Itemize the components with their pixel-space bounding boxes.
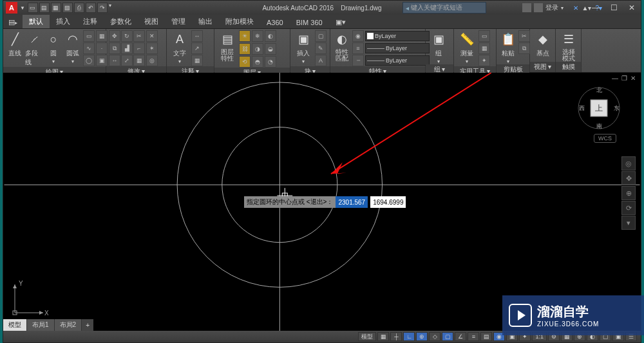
status-grid-icon[interactable]: ▦ xyxy=(377,332,389,341)
layer-freeze-icon[interactable]: ❄ xyxy=(252,30,263,42)
qat-redo-icon[interactable]: ↷ xyxy=(97,3,108,13)
status-polar-icon[interactable]: ⊕ xyxy=(416,332,428,341)
nav-wheel-icon[interactable]: ◎ xyxy=(621,156,636,171)
cut-icon[interactable]: ✂ xyxy=(518,30,530,42)
tab-bim360[interactable]: BIM 360 xyxy=(290,17,329,28)
explode-icon[interactable]: ✶ xyxy=(146,42,158,54)
tab-default[interactable]: 默认 xyxy=(23,15,50,28)
status-snap-icon[interactable]: ┼ xyxy=(390,332,402,341)
tab-a360[interactable]: A360 xyxy=(260,17,290,28)
create-block-icon[interactable]: ▢ xyxy=(315,30,327,42)
search-input[interactable]: ◂ 键入关键字或短语 xyxy=(402,2,486,14)
qat-more-arrow[interactable]: ▾ xyxy=(109,3,111,13)
ellipse-icon[interactable]: ◯ xyxy=(83,55,95,66)
tab-annotate[interactable]: 注释 xyxy=(77,15,104,28)
panel-label-touch[interactable]: 触摸 xyxy=(556,62,581,72)
app-menu-arrow[interactable]: ▼ xyxy=(20,5,25,11)
move-icon[interactable]: ✥ xyxy=(109,30,120,42)
tab-plugin[interactable]: ▣▾ xyxy=(329,16,352,28)
tab-manage[interactable]: 管理 xyxy=(165,15,192,28)
tab-parametric[interactable]: 参数化 xyxy=(104,15,138,28)
exchange-icon[interactable]: ✕ xyxy=(573,5,578,12)
close-button[interactable]: ✕ xyxy=(623,1,641,15)
match-props-button[interactable]: ◐特性 匹配 xyxy=(333,30,351,62)
maximize-button[interactable]: ☐ xyxy=(605,1,623,15)
coord-y-input[interactable]: 1694.6999 xyxy=(370,196,406,208)
layer-iso-icon[interactable]: ◑ xyxy=(252,43,263,55)
paste-button[interactable]: 📋粘贴▾ xyxy=(499,30,517,64)
group-button[interactable]: ▣组▾ xyxy=(428,30,449,64)
select-icon[interactable]: ▭ xyxy=(478,30,490,42)
dim-icon[interactable]: ↔ xyxy=(191,30,203,42)
status-iso-icon[interactable]: ◇ xyxy=(429,332,440,341)
spline-icon[interactable]: ∿ xyxy=(83,42,95,54)
layout-tab-model[interactable]: 模型 xyxy=(3,319,27,331)
copy-icon[interactable]: ⧉ xyxy=(109,42,120,54)
scale-icon[interactable]: ⤢ xyxy=(121,55,133,66)
id-icon[interactable]: ✦ xyxy=(478,55,490,66)
doc-restore-icon[interactable]: ❐ xyxy=(620,74,628,82)
login-area[interactable]: 登录 ▾ xyxy=(522,3,564,12)
table-icon[interactable]: ▦ xyxy=(191,55,203,66)
arc-button[interactable]: ◠圆弧▾ xyxy=(64,30,82,64)
doc-close-icon[interactable]: ✕ xyxy=(629,74,637,82)
ltype-icon[interactable]: ┄ xyxy=(352,55,364,66)
layer-off-icon[interactable]: ◐ xyxy=(265,30,276,42)
layout-tab-1[interactable]: 布局1 xyxy=(27,319,55,331)
viewcube[interactable]: 上 北 南 东 西 xyxy=(576,86,621,131)
status-track-icon[interactable]: ∠ xyxy=(455,332,466,341)
linetype-combo[interactable]: ——— ByLayer xyxy=(365,55,430,66)
layout-add-button[interactable]: + xyxy=(82,320,93,330)
layer-walk-icon[interactable]: ◓ xyxy=(252,56,263,68)
qat-open-icon[interactable]: ▤ xyxy=(39,3,50,13)
status-trans-icon[interactable]: ▤ xyxy=(480,332,492,341)
drawing-canvas[interactable]: — ❐ ✕ 指定圆环的中心点或 <退出>： 2301.567 1694.6999 xyxy=(3,73,641,331)
layer-prev-icon[interactable]: ⟲ xyxy=(239,56,251,68)
edit-block-icon[interactable]: ✎ xyxy=(315,42,327,54)
layer-lock-icon[interactable]: ☀ xyxy=(239,30,251,42)
coord-x-input[interactable]: 2301.567 xyxy=(336,196,368,208)
tab-insert[interactable]: 插入 xyxy=(50,15,77,28)
nav-zoom-icon[interactable]: ⊕ xyxy=(621,186,636,200)
color-combo[interactable]: ByLayer xyxy=(365,31,430,41)
polyline-button[interactable]: ⟋多段线 xyxy=(25,30,43,67)
rect-icon[interactable]: ▭ xyxy=(83,30,95,42)
file-tab-icon[interactable]: ▤▸ xyxy=(3,16,23,28)
insert-button[interactable]: ▣插入▾ xyxy=(293,30,314,64)
status-lwt-icon[interactable]: ≡ xyxy=(468,332,479,341)
touch-button[interactable]: ☰选择 模式 xyxy=(558,30,578,62)
layer-state-icon[interactable]: ⛓ xyxy=(239,43,251,55)
status-ortho-icon[interactable]: ∟ xyxy=(403,332,415,341)
attr-icon[interactable]: A xyxy=(315,55,327,66)
minimize-button[interactable]: — xyxy=(587,1,605,15)
fillet-icon[interactable]: ⌐ xyxy=(133,42,145,54)
erase-icon[interactable]: ✕ xyxy=(146,30,158,42)
offset-icon[interactable]: ◎ xyxy=(146,55,158,66)
status-osnap-icon[interactable]: ▢ xyxy=(442,332,453,341)
line-button[interactable]: ╱直线 xyxy=(6,30,24,58)
leader-icon[interactable]: ↗ xyxy=(191,42,203,54)
doc-minimize-icon[interactable]: — xyxy=(611,74,619,82)
stretch-icon[interactable]: ↔ xyxy=(109,55,120,66)
wcs-label[interactable]: WCS xyxy=(594,134,616,143)
status-model-button[interactable]: 模型 xyxy=(358,332,376,341)
color-icon[interactable]: ◉ xyxy=(352,30,364,42)
mirror-icon[interactable]: ▟ xyxy=(121,42,133,54)
layout-tab-2[interactable]: 布局2 xyxy=(55,319,82,331)
qat-plot-icon[interactable]: ⎙ xyxy=(74,3,84,13)
nav-pan-icon[interactable]: ✥ xyxy=(621,171,636,185)
rotate-icon[interactable]: ↻ xyxy=(121,30,133,42)
array-icon[interactable]: ▦ xyxy=(133,55,145,66)
base-button[interactable]: ◆基点 xyxy=(533,30,553,58)
qat-undo-icon[interactable]: ↶ xyxy=(86,3,96,13)
layer-props-button[interactable]: ▤图层 特性 xyxy=(217,30,238,62)
panel-label-view[interactable]: 视图 ▾ xyxy=(530,62,555,72)
tab-addins[interactable]: 附加模块 xyxy=(219,15,260,28)
qat-new-icon[interactable]: ▭ xyxy=(28,3,38,13)
qat-save-icon[interactable]: ▦ xyxy=(51,3,61,13)
trim-icon[interactable]: ✂ xyxy=(133,30,145,42)
text-button[interactable]: A文字▾ xyxy=(169,30,190,64)
nav-orbit-icon[interactable]: ⟳ xyxy=(621,201,636,215)
tab-view[interactable]: 视图 xyxy=(138,15,165,28)
nav-show-icon[interactable]: ▾ xyxy=(621,216,636,230)
